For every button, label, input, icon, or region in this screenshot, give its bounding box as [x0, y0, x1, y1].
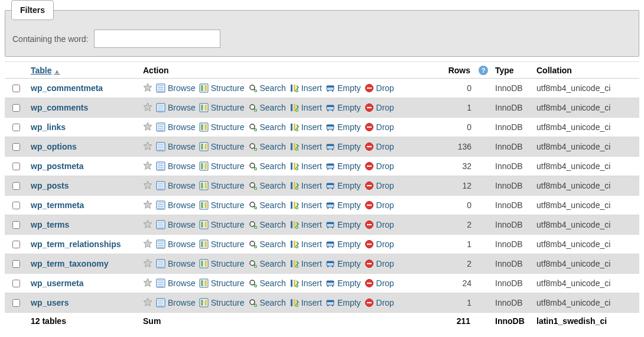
browse-link[interactable]: Browse: [156, 298, 196, 307]
favorite-star-icon[interactable]: [143, 239, 152, 250]
row-checkbox[interactable]: [12, 182, 20, 190]
search-link[interactable]: Search: [248, 103, 286, 112]
structure-link[interactable]: Structure: [199, 181, 245, 190]
table-name-link[interactable]: wp_postmeta: [31, 161, 83, 171]
insert-link[interactable]: Insert: [290, 298, 322, 307]
insert-link[interactable]: Insert: [290, 142, 322, 151]
insert-link[interactable]: Insert: [290, 83, 322, 93]
search-link[interactable]: Search: [248, 83, 286, 93]
favorite-star-icon[interactable]: [143, 102, 152, 114]
table-name-link[interactable]: wp_comments: [31, 103, 88, 112]
row-checkbox[interactable]: [12, 280, 20, 287]
structure-link[interactable]: Structure: [199, 259, 245, 268]
empty-link[interactable]: Empty: [326, 122, 361, 132]
row-checkbox[interactable]: [12, 221, 20, 229]
favorite-star-icon[interactable]: [143, 258, 152, 270]
browse-link[interactable]: Browse: [156, 122, 196, 132]
browse-link[interactable]: Browse: [156, 220, 196, 229]
empty-link[interactable]: Empty: [326, 220, 361, 229]
structure-link[interactable]: Structure: [199, 200, 245, 210]
row-checkbox[interactable]: [12, 85, 20, 92]
empty-link[interactable]: Empty: [326, 103, 361, 112]
table-name-link[interactable]: wp_usermeta: [31, 278, 83, 288]
structure-link[interactable]: Structure: [199, 142, 245, 151]
containing-word-input[interactable]: [94, 30, 220, 48]
favorite-star-icon[interactable]: [143, 278, 152, 289]
structure-link[interactable]: Structure: [199, 278, 245, 288]
row-checkbox[interactable]: [12, 202, 20, 209]
browse-link[interactable]: Browse: [156, 83, 196, 93]
favorite-star-icon[interactable]: [143, 200, 152, 211]
row-checkbox[interactable]: [12, 163, 20, 170]
insert-link[interactable]: Insert: [290, 239, 322, 249]
empty-link[interactable]: Empty: [326, 278, 361, 288]
browse-link[interactable]: Browse: [156, 142, 196, 151]
empty-link[interactable]: Empty: [326, 161, 361, 171]
table-name-link[interactable]: wp_users: [31, 298, 69, 307]
insert-link[interactable]: Insert: [290, 220, 322, 229]
favorite-star-icon[interactable]: [143, 83, 152, 94]
structure-link[interactable]: Structure: [199, 83, 245, 93]
structure-link[interactable]: Structure: [199, 103, 245, 112]
row-checkbox[interactable]: [12, 124, 20, 131]
table-name-link[interactable]: wp_terms: [31, 220, 69, 229]
search-link[interactable]: Search: [248, 200, 286, 210]
favorite-star-icon[interactable]: [143, 297, 152, 309]
table-name-link[interactable]: wp_options: [31, 142, 77, 151]
browse-link[interactable]: Browse: [156, 239, 196, 249]
table-name-link[interactable]: wp_links: [31, 122, 66, 132]
search-link[interactable]: Search: [248, 122, 286, 132]
drop-link[interactable]: Drop: [365, 122, 394, 132]
structure-link[interactable]: Structure: [199, 161, 245, 171]
empty-link[interactable]: Empty: [326, 298, 361, 307]
favorite-star-icon[interactable]: [143, 141, 152, 153]
drop-link[interactable]: Drop: [365, 278, 394, 288]
table-name-link[interactable]: wp_termmeta: [31, 200, 84, 210]
sort-by-table-link[interactable]: Table▲: [31, 66, 60, 75]
structure-link[interactable]: Structure: [199, 122, 245, 132]
drop-link[interactable]: Drop: [365, 239, 394, 249]
favorite-star-icon[interactable]: [143, 180, 152, 192]
search-link[interactable]: Search: [248, 220, 286, 229]
favorite-star-icon[interactable]: [143, 219, 152, 231]
search-link[interactable]: Search: [248, 259, 286, 268]
table-name-link[interactable]: wp_commentmeta: [31, 83, 103, 93]
search-link[interactable]: Search: [248, 142, 286, 151]
browse-link[interactable]: Browse: [156, 278, 196, 288]
row-checkbox[interactable]: [12, 299, 20, 307]
header-table[interactable]: Table▲: [27, 62, 139, 79]
search-link[interactable]: Search: [248, 181, 286, 190]
favorite-star-icon[interactable]: [143, 122, 152, 133]
search-link[interactable]: Search: [248, 298, 286, 307]
structure-link[interactable]: Structure: [199, 239, 245, 249]
favorite-star-icon[interactable]: [143, 161, 152, 172]
search-link[interactable]: Search: [248, 239, 286, 249]
drop-link[interactable]: Drop: [365, 142, 394, 151]
empty-link[interactable]: Empty: [326, 239, 361, 249]
empty-link[interactable]: Empty: [326, 200, 361, 210]
browse-link[interactable]: Browse: [156, 259, 196, 268]
drop-link[interactable]: Drop: [365, 161, 394, 171]
search-link[interactable]: Search: [248, 161, 286, 171]
search-link[interactable]: Search: [248, 278, 286, 288]
drop-link[interactable]: Drop: [365, 220, 394, 229]
insert-link[interactable]: Insert: [290, 161, 322, 171]
insert-link[interactable]: Insert: [290, 200, 322, 210]
browse-link[interactable]: Browse: [156, 103, 196, 112]
browse-link[interactable]: Browse: [156, 181, 196, 190]
drop-link[interactable]: Drop: [365, 298, 394, 307]
browse-link[interactable]: Browse: [156, 161, 196, 171]
empty-link[interactable]: Empty: [326, 83, 361, 93]
insert-link[interactable]: Insert: [290, 122, 322, 132]
drop-link[interactable]: Drop: [365, 83, 394, 93]
insert-link[interactable]: Insert: [290, 181, 322, 190]
empty-link[interactable]: Empty: [326, 181, 361, 190]
empty-link[interactable]: Empty: [326, 259, 361, 268]
insert-link[interactable]: Insert: [290, 103, 322, 112]
table-name-link[interactable]: wp_term_taxonomy: [31, 259, 108, 268]
structure-link[interactable]: Structure: [199, 220, 245, 229]
insert-link[interactable]: Insert: [290, 259, 322, 268]
drop-link[interactable]: Drop: [365, 181, 394, 190]
insert-link[interactable]: Insert: [290, 278, 322, 288]
table-name-link[interactable]: wp_term_relationships: [31, 239, 121, 249]
